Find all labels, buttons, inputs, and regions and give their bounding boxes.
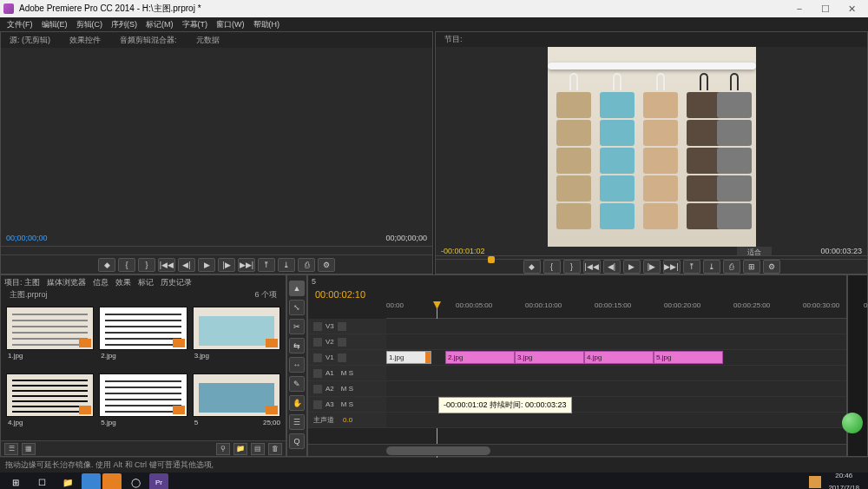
track-a1-head[interactable]: A1M S (308, 366, 386, 380)
src-add-marker[interactable]: ◆ (98, 258, 115, 272)
floating-assist-icon[interactable] (842, 413, 863, 433)
track-select-tool[interactable]: ⤡ (289, 300, 305, 315)
src-export[interactable]: ⎙ (298, 258, 315, 272)
effect-controls-tab[interactable]: 效果控件 (66, 33, 104, 48)
find-button[interactable]: ⚲ (216, 443, 230, 455)
lock-icon[interactable] (313, 385, 322, 393)
track-v1-head[interactable]: V1 (308, 350, 386, 365)
lock-icon[interactable] (313, 369, 322, 378)
hand-tool[interactable]: Q (289, 433, 305, 449)
new-bin-button[interactable]: 📁 (233, 443, 247, 455)
track-a1[interactable] (386, 366, 846, 380)
prg-safe[interactable]: ⊞ (743, 260, 760, 274)
rolling-tool[interactable]: ⇆ (289, 338, 305, 354)
clip[interactable]: 2.jpg (445, 351, 515, 364)
eye-icon[interactable] (338, 354, 346, 362)
track-master-head[interactable]: 主声道0.0 (308, 413, 386, 427)
prg-go-start[interactable]: |◀◀ (583, 260, 601, 274)
trash-button[interactable]: 🗑 (268, 443, 282, 455)
program-playhead-handle[interactable] (488, 256, 495, 263)
menu-edit[interactable]: 编辑(E) (38, 19, 71, 30)
lock-icon[interactable] (313, 338, 322, 347)
prg-export[interactable]: ⎙ (723, 260, 740, 274)
track-v2[interactable] (386, 334, 846, 349)
eye-icon[interactable] (338, 338, 346, 347)
src-play[interactable]: ▶ (198, 258, 215, 272)
track-a3-head[interactable]: A3M S (308, 397, 386, 412)
src-settings[interactable]: ⚙ (318, 258, 335, 272)
bin-item[interactable]: 3.jpg (193, 307, 280, 368)
maximize-button[interactable]: ☐ (812, 1, 838, 17)
source-tab[interactable]: 源: (无剪辑) (6, 33, 54, 48)
effects-tab[interactable]: 效果 (115, 277, 131, 288)
bin-item[interactable]: 4.jpg (6, 373, 94, 435)
menu-marker[interactable]: 标记(M) (142, 19, 177, 30)
rate-stretch-tool[interactable]: ↔ (289, 357, 305, 373)
src-mark-out[interactable]: } (138, 258, 155, 272)
timeline-scrollbar[interactable] (308, 444, 846, 456)
timeline-timecode[interactable]: 00:00:02:10 (308, 287, 846, 301)
source-scrub[interactable] (1, 246, 432, 254)
track-a2-head[interactable]: A2M S (308, 381, 386, 396)
menu-title[interactable]: 字幕(T) (179, 19, 212, 30)
prg-go-end[interactable]: ▶▶| (663, 260, 681, 274)
lock-icon[interactable] (313, 354, 322, 362)
timeline-zoom-bar[interactable] (386, 446, 490, 455)
close-button[interactable]: ✕ (838, 1, 865, 17)
track-v3[interactable] (386, 319, 846, 334)
lock-icon[interactable] (313, 400, 322, 409)
eye-icon[interactable] (338, 322, 346, 331)
menu-window[interactable]: 窗口(W) (213, 19, 248, 30)
prg-mark-in[interactable]: { (543, 260, 561, 274)
bin-item[interactable]: 2.jpg (99, 307, 187, 368)
prg-play[interactable]: ▶ (623, 260, 641, 274)
system-tray[interactable]: 20:46 2017/7/18 (828, 472, 865, 489)
src-step-back[interactable]: ◀| (178, 258, 195, 272)
bin-item[interactable]: 5.jpg (99, 373, 187, 435)
prg-step-back[interactable]: ◀| (603, 260, 621, 274)
media-browser-tab[interactable]: 媒体浏览器 (47, 277, 86, 288)
tray-indicator-icon[interactable] (809, 476, 821, 488)
start-button[interactable]: ⊞ (3, 473, 28, 489)
source-monitor[interactable] (1, 48, 432, 230)
icon-view-button[interactable]: ▦ (22, 443, 36, 455)
app-round-button[interactable]: ◯ (123, 473, 148, 489)
menu-help[interactable]: 帮助(H) (250, 19, 284, 30)
prg-step-fwd[interactable]: |▶ (643, 260, 661, 274)
bin-item[interactable]: 1.jpg (6, 307, 94, 368)
menu-clip[interactable]: 剪辑(C) (73, 19, 107, 30)
bin-item[interactable]: 525;00 (193, 373, 280, 435)
slip-tool[interactable]: ✋ (289, 395, 305, 411)
track-v1[interactable]: 1.jpg 2.jpg 3.jpg 4.jpg 5.jpg (386, 350, 846, 365)
prg-lift[interactable]: ⤒ (683, 260, 700, 274)
src-go-start[interactable]: |◀◀ (158, 258, 175, 272)
menu-sequence[interactable]: 序列(S) (108, 19, 141, 30)
src-mark-in[interactable]: { (118, 258, 135, 272)
track-v3-head[interactable]: V3 (308, 319, 386, 334)
ripple-tool[interactable]: ✂ (289, 319, 305, 334)
prg-extract[interactable]: ⤓ (703, 260, 720, 274)
timeline-ruler[interactable]: 00:00 00:00:05:00 00:00:10:00 00:00:15:0… (386, 301, 846, 319)
clip[interactable]: 4.jpg (584, 351, 654, 364)
clip[interactable]: 5.jpg (654, 351, 723, 364)
track-master[interactable] (386, 413, 846, 427)
lock-icon[interactable] (313, 322, 322, 331)
prg-add-marker[interactable]: ◆ (523, 260, 541, 274)
history-tab[interactable]: 历史记录 (161, 277, 192, 288)
menu-file[interactable]: 文件(F) (3, 19, 36, 30)
prg-settings[interactable]: ⚙ (763, 260, 780, 274)
clip[interactable]: 3.jpg (515, 351, 584, 364)
clip[interactable]: 1.jpg (386, 351, 431, 364)
razor-tool[interactable]: ✎ (289, 376, 305, 392)
program-scrub[interactable] (436, 255, 867, 259)
prg-mark-out[interactable]: } (563, 260, 581, 274)
sequence-tab[interactable]: 5 (312, 277, 316, 286)
markers-tab[interactable]: 标记 (138, 277, 154, 288)
new-item-button[interactable]: ▤ (251, 443, 265, 455)
minimize-button[interactable]: − (786, 1, 812, 17)
explorer-button[interactable]: 📁 (56, 473, 80, 489)
list-view-button[interactable]: ☰ (4, 443, 18, 455)
selection-tool[interactable]: ▲ (289, 281, 305, 296)
track-a2[interactable] (386, 381, 846, 396)
track-v2-head[interactable]: V2 (308, 334, 386, 349)
